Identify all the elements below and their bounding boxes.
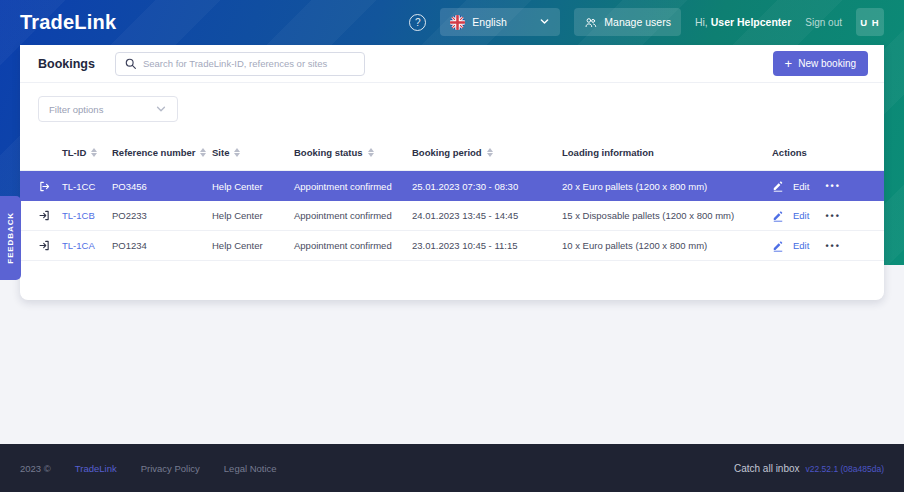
column-header: Actions	[772, 147, 868, 158]
tl-id-link[interactable]: TL-1CB	[62, 210, 112, 221]
booking-period-cell: 23.01.2023 10:45 - 11:15	[412, 240, 562, 251]
row-actions: Edit•••	[772, 240, 868, 252]
row-menu-ellipsis-icon[interactable]: •••	[825, 211, 840, 221]
bookings-card: Bookings + New booking Filter options TL…	[20, 45, 884, 300]
column-header-label: Booking status	[294, 147, 363, 158]
privacy-policy-link[interactable]: Privacy Policy	[141, 463, 200, 474]
chevron-down-icon	[539, 16, 550, 29]
edit-pencil-icon[interactable]	[772, 240, 784, 252]
search-icon	[124, 57, 137, 70]
uk-flag-icon	[450, 15, 465, 30]
filter-row: Filter options	[20, 83, 884, 135]
inbound-arrow-icon	[38, 239, 62, 252]
page-title: Bookings	[38, 57, 95, 71]
language-selector[interactable]: English	[440, 8, 560, 36]
column-header-label: Reference number	[112, 147, 195, 158]
chevron-down-icon	[155, 103, 167, 115]
top-navbar: TradeLink ? English Manage users Hi,User…	[0, 0, 904, 44]
reference-number-cell: PO3456	[112, 181, 212, 192]
new-booking-label: New booking	[798, 58, 856, 69]
search-box[interactable]	[115, 52, 365, 76]
column-header-label: TL-ID	[62, 147, 86, 158]
users-icon	[584, 16, 597, 29]
language-label: English	[472, 16, 506, 28]
help-icon[interactable]: ?	[409, 14, 426, 31]
column-header-label: Booking period	[412, 147, 482, 158]
sort-icon[interactable]	[368, 148, 374, 157]
column-header[interactable]: Reference number	[112, 147, 212, 158]
sign-out-link[interactable]: Sign out	[805, 17, 842, 28]
sort-icon[interactable]	[487, 148, 493, 157]
site-cell: Help Center	[212, 210, 294, 221]
sort-icon[interactable]	[200, 148, 206, 157]
loading-information-cell: 20 x Euro pallets (1200 x 800 mm)	[562, 181, 772, 192]
row-menu-ellipsis-icon[interactable]: •••	[825, 241, 840, 251]
sort-icon[interactable]	[91, 148, 97, 157]
column-header-label: Loading information	[562, 147, 654, 158]
column-header[interactable]: Site	[212, 147, 294, 158]
footer: 2023 © TradeLink Privacy Policy Legal No…	[0, 444, 904, 492]
edit-pencil-icon[interactable]	[772, 180, 784, 192]
table-row[interactable]: TL-1CBPO2233Help CenterAppointment confi…	[20, 201, 884, 231]
manage-users-label: Manage users	[604, 16, 671, 28]
table-row[interactable]: TL-1CAPO1234Help CenterAppointment confi…	[20, 231, 884, 261]
footer-links: 2023 © TradeLink Privacy Policy Legal No…	[20, 463, 277, 474]
manage-users-button[interactable]: Manage users	[574, 8, 681, 36]
feedback-label: FEEDBACK	[6, 212, 15, 264]
row-menu-ellipsis-icon[interactable]: •••	[825, 181, 840, 191]
loading-information-cell: 15 x Disposable pallets (1200 x 800 mm)	[562, 210, 772, 221]
inbound-arrow-icon	[38, 209, 62, 222]
bookings-table: TL-IDReference numberSiteBooking statusB…	[20, 135, 884, 261]
copyright-label: 2023 ©	[20, 463, 51, 474]
column-header-label: Site	[212, 147, 229, 158]
sort-icon[interactable]	[234, 148, 240, 157]
user-name: User Helpcenter	[711, 16, 792, 28]
loading-information-cell: 10 x Euro pallets (1200 x 800 mm)	[562, 240, 772, 251]
booking-status-cell: Appointment confirmed	[294, 181, 412, 192]
column-header[interactable]: TL-ID	[62, 147, 112, 158]
edit-link[interactable]: Edit	[793, 210, 809, 221]
booking-period-cell: 25.01.2023 07:30 - 08:30	[412, 181, 562, 192]
footer-brand-link[interactable]: TradeLink	[75, 463, 117, 474]
booking-period-cell: 24.01.2023 13:45 - 14:45	[412, 210, 562, 221]
outbound-arrow-icon	[38, 180, 62, 193]
table-header: TL-IDReference numberSiteBooking statusB…	[20, 135, 884, 171]
avatar[interactable]: U H	[856, 8, 884, 36]
feedback-tab[interactable]: FEEDBACK	[0, 196, 21, 280]
filter-options-select[interactable]: Filter options	[38, 96, 178, 122]
user-greeting: Hi,User Helpcenter	[695, 16, 791, 28]
column-header[interactable]: Booking status	[294, 147, 412, 158]
row-actions: Edit•••	[772, 210, 868, 222]
version-label: v22.52.1 (08a485da)	[806, 464, 884, 474]
table-body: TL-1CCPO3456Help CenterAppointment confi…	[20, 171, 884, 261]
site-cell: Help Center	[212, 240, 294, 251]
tl-id-link[interactable]: TL-1CC	[62, 181, 112, 192]
column-header: Loading information	[562, 147, 772, 158]
booking-status-cell: Appointment confirmed	[294, 240, 412, 251]
navbar-right: ? English Manage users Hi,User Helpcente…	[409, 8, 884, 36]
footer-version-area: Catch all inbox v22.52.1 (08a485da)	[734, 463, 884, 474]
edit-link[interactable]: Edit	[793, 240, 809, 251]
edit-pencil-icon[interactable]	[772, 210, 784, 222]
table-row[interactable]: TL-1CCPO3456Help CenterAppointment confi…	[20, 171, 884, 201]
column-header[interactable]: Booking period	[412, 147, 562, 158]
card-header: Bookings + New booking	[20, 45, 884, 83]
search-input[interactable]	[143, 58, 356, 69]
tl-id-link[interactable]: TL-1CA	[62, 240, 112, 251]
site-cell: Help Center	[212, 181, 294, 192]
edit-link[interactable]: Edit	[793, 181, 809, 192]
reference-number-cell: PO2233	[112, 210, 212, 221]
column-header-label: Actions	[772, 147, 807, 158]
plus-icon: +	[785, 57, 793, 70]
booking-status-cell: Appointment confirmed	[294, 210, 412, 221]
catch-all-inbox-label: Catch all inbox	[734, 463, 800, 474]
filter-options-label: Filter options	[49, 104, 103, 115]
app-logo[interactable]: TradeLink	[20, 11, 116, 34]
reference-number-cell: PO1234	[112, 240, 212, 251]
row-actions: Edit•••	[772, 180, 868, 192]
new-booking-button[interactable]: + New booking	[773, 51, 868, 76]
legal-notice-link[interactable]: Legal Notice	[224, 463, 277, 474]
